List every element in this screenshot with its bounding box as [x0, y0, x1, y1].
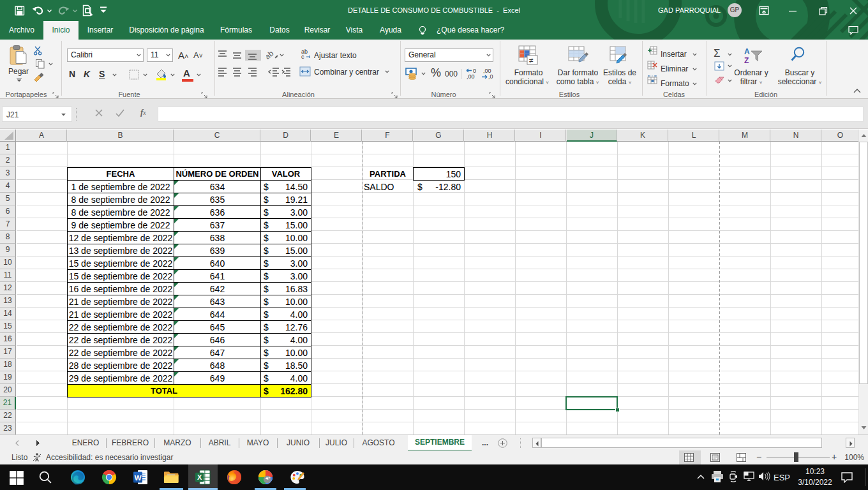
svg-text:ab: ab: [266, 49, 275, 61]
svg-text:,0: ,0: [488, 73, 493, 80]
svg-text:Z: Z: [744, 56, 749, 64]
svg-text:W: W: [135, 474, 142, 482]
svg-text:,00: ,00: [467, 73, 475, 80]
svg-text:c: c: [301, 54, 304, 60]
svg-text:X: X: [197, 473, 202, 481]
svg-text:A: A: [744, 47, 750, 56]
svg-text:≠: ≠: [529, 56, 534, 65]
